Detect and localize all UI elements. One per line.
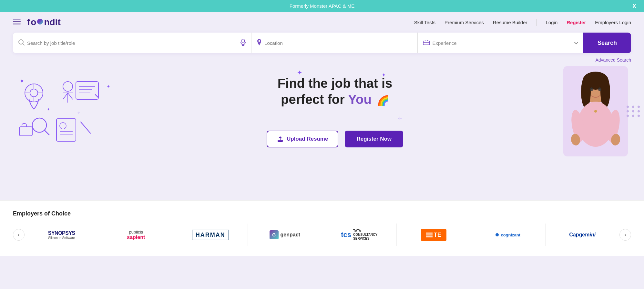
- svg-rect-18: [76, 82, 98, 99]
- nav-login[interactable]: Login: [546, 20, 558, 25]
- hero-title-line1: Find the job that is: [278, 76, 393, 90]
- svg-point-43: [590, 87, 593, 91]
- job-search-input[interactable]: [27, 40, 238, 46]
- experience-icon: [423, 39, 430, 46]
- decorative-dots: [627, 106, 641, 117]
- hero-title: Find the job that is perfect for You 🌈: [278, 75, 393, 107]
- job-search-section: [13, 33, 251, 53]
- svg-rect-5: [242, 39, 244, 43]
- search-bar: Experience 0-1 years 1-3 years 3-5 years…: [13, 33, 631, 53]
- logo[interactable]: f o ndit: [27, 17, 61, 27]
- hero-content: ✦ ✦ ✦ ⊹ Find the job that is perfect for…: [13, 66, 631, 156]
- nav-premium-services[interactable]: Premium Services: [445, 20, 484, 25]
- nav-divider: [537, 19, 537, 26]
- svg-rect-2: [13, 24, 21, 25]
- hero-title-you: You: [348, 92, 372, 106]
- employer-logo-harman: HARMAN: [173, 224, 248, 246]
- person-illustration: [563, 66, 628, 156]
- hero-section: Experience 0-1 years 1-3 years 3-5 years…: [0, 33, 644, 200]
- svg-rect-24: [56, 119, 76, 141]
- svg-point-44: [598, 87, 601, 91]
- hamburger-menu-icon[interactable]: [13, 18, 21, 26]
- nav-register[interactable]: Register: [567, 20, 586, 25]
- carousel-next-button[interactable]: ›: [619, 229, 631, 241]
- svg-rect-9: [423, 41, 430, 45]
- svg-line-16: [63, 93, 68, 99]
- svg-point-8: [259, 40, 260, 42]
- employers-title: Employers of Choice: [13, 210, 631, 217]
- svg-rect-0: [13, 19, 21, 20]
- hero-illustration: ✦ ✦ ✦ ⊹: [13, 75, 110, 147]
- employer-logo-tcs: tcs TATACONSULTANCYSERVICES: [322, 224, 397, 246]
- experience-select[interactable]: Experience 0-1 years 1-3 years 3-5 years…: [433, 40, 572, 46]
- svg-text:✦: ✦: [107, 84, 110, 89]
- employer-logo-genpact: G genpact: [248, 224, 322, 246]
- employer-logo-capgemini: Capgemini: [546, 224, 620, 246]
- svg-text:✦: ✦: [47, 107, 50, 112]
- upload-resume-button[interactable]: Upload Resume: [267, 131, 338, 147]
- experience-section: Experience 0-1 years 1-3 years 3-5 years…: [418, 33, 583, 53]
- employer-logo-publicis: publicis sapient: [99, 224, 174, 246]
- advanced-search-link[interactable]: Advanced Search: [595, 57, 631, 63]
- header-left: f o ndit: [13, 17, 61, 27]
- location-section: [251, 33, 417, 53]
- mic-icon[interactable]: [240, 39, 246, 47]
- hero-person: [560, 66, 631, 156]
- svg-rect-32: [19, 127, 32, 136]
- svg-text:⊹: ⊹: [77, 111, 80, 115]
- svg-line-4: [23, 44, 25, 45]
- svg-point-12: [30, 89, 38, 97]
- svg-point-13: [63, 82, 73, 91]
- nav-employers-login[interactable]: Employers Login: [595, 20, 631, 25]
- svg-rect-35: [278, 140, 282, 142]
- svg-point-25: [60, 123, 66, 129]
- employers-carousel: ‹ SYNOPSYS Silicon to Software publicis …: [13, 224, 631, 246]
- hero-buttons: Upload Resume Register Now: [116, 131, 554, 147]
- employer-logos: SYNOPSYS Silicon to Software publicis sa…: [25, 224, 619, 246]
- svg-point-45: [594, 110, 597, 113]
- hero-center: Find the job that is perfect for You 🌈 ✦…: [110, 75, 560, 147]
- header-nav: Skill Tests Premium Services Resume Buil…: [414, 19, 631, 26]
- hero-title-line2: perfect for: [281, 92, 348, 106]
- banner-close-button[interactable]: X: [632, 3, 636, 9]
- banner-text: Formerly Monster APAC & ME: [290, 3, 354, 9]
- advanced-search-container: Advanced Search: [13, 57, 631, 63]
- employer-logo-te: TE: [397, 224, 471, 246]
- svg-line-23: [44, 130, 49, 135]
- register-now-button[interactable]: Register Now: [345, 131, 403, 147]
- top-banner: Formerly Monster APAC & ME X: [0, 0, 644, 12]
- svg-text:✦: ✦: [19, 78, 24, 85]
- svg-rect-1: [13, 21, 21, 22]
- carousel-prev-button[interactable]: ‹: [13, 229, 25, 241]
- svg-line-34: [82, 124, 89, 132]
- search-icon: [18, 39, 25, 47]
- nav-resume-builder[interactable]: Resume Builder: [493, 20, 527, 25]
- employer-logo-synopsys: SYNOPSYS Silicon to Software: [25, 224, 99, 246]
- upload-icon: [277, 136, 283, 142]
- chevron-down-icon: [574, 40, 578, 46]
- location-pin-icon: [257, 39, 262, 47]
- employer-logo-cognizant: cognizant: [471, 224, 546, 246]
- employers-section: Employers of Choice ‹ SYNOPSYS Silicon t…: [0, 200, 644, 256]
- svg-line-17: [68, 93, 73, 99]
- header: f o ndit Skill Tests Premium Services Re…: [0, 12, 644, 33]
- search-button[interactable]: Search: [583, 33, 631, 53]
- location-input[interactable]: [264, 40, 412, 46]
- nav-skill-tests[interactable]: Skill Tests: [414, 20, 435, 25]
